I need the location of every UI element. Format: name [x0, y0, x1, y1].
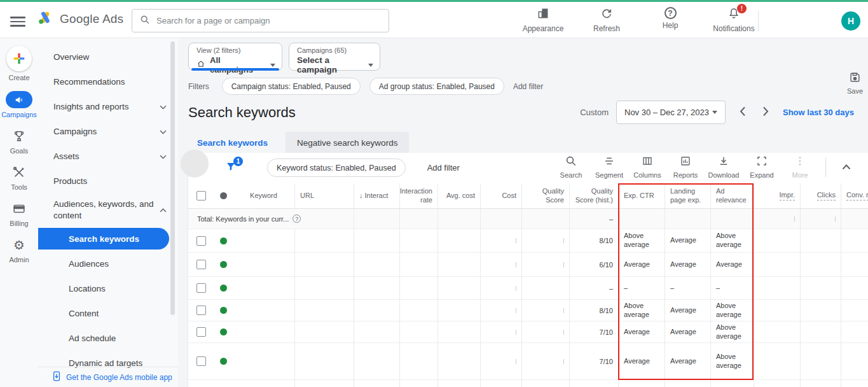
save-icon	[849, 71, 861, 86]
redacted-value	[563, 330, 564, 335]
save-button[interactable]: Save	[847, 71, 863, 95]
reports-icon	[680, 155, 691, 169]
caret-down-icon	[368, 64, 373, 67]
sidebar-subitem-locations[interactable]: Locations	[38, 276, 178, 301]
col-keyword[interactable]: Keyword	[233, 183, 294, 208]
view-selector[interactable]: View (2 filters) All campaigns	[188, 43, 282, 71]
col-cost[interactable]: Cost	[480, 183, 521, 208]
col-ad-relevance[interactable]: Ad relevance	[710, 183, 754, 208]
sidebar-item-insights-reports[interactable]: Insights and reports	[38, 94, 178, 119]
previous-period-button[interactable]	[740, 106, 746, 119]
account-avatar[interactable]: H	[841, 11, 860, 31]
col-exp-ctr[interactable]: Exp. CTR	[618, 183, 665, 208]
sidebar-item-audiences-keywords-content[interactable]: Audiences, keywords, and content	[38, 194, 178, 227]
filter-chip-campaign-status[interactable]: Campaign status: Enabled, Paused	[222, 78, 361, 95]
status-enabled-dot	[220, 285, 227, 292]
global-search[interactable]	[132, 9, 389, 32]
rail-item-admin[interactable]: ⚙ Admin	[9, 237, 29, 264]
filter-funnel-button[interactable]: 1	[225, 161, 237, 175]
col-impr[interactable]: Impr.	[780, 191, 795, 201]
redacted-value	[563, 262, 564, 267]
sidebar-subitem-content[interactable]: Content	[38, 301, 178, 326]
col-interactions[interactable]: ↓ Interact	[354, 183, 399, 208]
rail-item-billing[interactable]: Billing	[10, 201, 28, 227]
col-url[interactable]: URL	[294, 183, 354, 208]
sidebar-item-assets[interactable]: Assets	[38, 144, 178, 169]
col-avg-cost[interactable]: Avg. cost	[437, 183, 480, 208]
show-last-30-days-link[interactable]: Show last 30 days	[783, 108, 854, 117]
col-landing-page-exp[interactable]: Landing page exp.	[665, 183, 710, 208]
filters-label: Filters	[188, 82, 209, 91]
col-interaction-rate[interactable]: Interaction rate	[399, 183, 437, 208]
appearance-button[interactable]: Appearance	[520, 7, 566, 33]
sidebar-item-products[interactable]: Products	[38, 169, 178, 194]
keyword-cell	[233, 300, 294, 321]
sidebar-subitem-search-keywords[interactable]: Search keywords	[38, 228, 169, 250]
refresh-button[interactable]: Refresh	[584, 7, 630, 33]
row-checkbox[interactable]	[196, 356, 206, 366]
col-conv-rate[interactable]: Conv. r	[846, 191, 868, 201]
sidebar-subitem-audiences[interactable]: Audiences	[38, 251, 178, 276]
nav-rail: Create Campaigns Goals Tools Billing ⚙ A…	[0, 38, 38, 387]
qs-hist-cell: 6/10	[569, 253, 618, 276]
keyword-row: 8/10 Above average Average Above average	[188, 229, 868, 253]
segment-button[interactable]: Segment	[591, 155, 627, 179]
row-checkbox[interactable]	[196, 327, 206, 337]
rail-item-tools[interactable]: Tools	[11, 164, 27, 191]
table-search-button[interactable]: Search	[553, 155, 589, 179]
landing-page-exp-cell: Average	[665, 253, 710, 276]
sidebar-item-recommendations[interactable]: Recommendations	[38, 69, 178, 94]
brand[interactable]: Google Ads	[37, 10, 123, 28]
more-button[interactable]: More	[782, 155, 818, 179]
menu-icon[interactable]	[10, 14, 25, 25]
date-range-selector[interactable]: Nov 30 – Dec 27, 2023	[616, 101, 726, 124]
global-search-input[interactable]	[156, 16, 381, 25]
trophy-icon	[11, 128, 27, 144]
sidebar-subitem-ad-schedule[interactable]: Ad schedule	[38, 326, 178, 351]
sidebar-scrollbar[interactable]	[170, 41, 175, 315]
col-clicks[interactable]: Clicks	[817, 191, 836, 201]
search-icon	[565, 155, 577, 169]
mobile-app-link[interactable]: Get the Google Ads mobile app	[38, 367, 178, 387]
select-all-checkbox[interactable]	[196, 191, 206, 201]
redacted-value	[516, 238, 516, 243]
info-icon[interactable]: ?	[293, 215, 301, 223]
main-content: View (2 filters) All campaigns Campaigns…	[178, 38, 868, 387]
table-header-row: Keyword URL ↓ Interact Interaction rate …	[188, 183, 868, 209]
help-button[interactable]: ? Help	[647, 7, 693, 33]
download-button[interactable]: Download	[706, 155, 741, 179]
row-checkbox[interactable]	[196, 260, 206, 269]
keyword-status-chip[interactable]: Keyword status: Enabled, Paused	[267, 158, 406, 177]
tab-negative-search-keywords[interactable]: Negative search keywords	[286, 132, 409, 155]
col-quality-score-hist[interactable]: Quality Score (hist.)	[569, 183, 618, 208]
qs-hist-cell: 8/10	[569, 229, 618, 252]
next-period-button[interactable]	[762, 106, 769, 119]
campaign-selector[interactable]: Campaigns (65) Select a campaign	[289, 43, 380, 71]
landing-page-exp-cell: Average	[665, 300, 710, 321]
col-quality-score[interactable]: Quality Score	[521, 183, 569, 208]
redacted-value	[516, 286, 516, 291]
sidebar-item-overview[interactable]: Overview	[38, 45, 178, 69]
columns-button[interactable]: Columns	[630, 155, 665, 179]
expand-button[interactable]: Expand	[744, 155, 780, 179]
row-checkbox[interactable]	[196, 306, 206, 315]
keyword-cell	[233, 253, 294, 276]
partial-row	[188, 380, 868, 387]
collapse-toolbar-button[interactable]	[834, 164, 859, 170]
appearance-icon	[537, 7, 549, 22]
notifications-button[interactable]: ! Notifications	[711, 7, 757, 33]
sidebar-item-campaigns[interactable]: Campaigns	[38, 119, 178, 144]
rail-item-campaigns[interactable]: Campaigns	[1, 91, 37, 118]
rail-item-goals[interactable]: Goals	[10, 128, 29, 155]
reports-button[interactable]: Reports	[668, 155, 703, 179]
row-checkbox[interactable]	[196, 236, 206, 246]
filter-chip-ad-group-status[interactable]: Ad group status: Enabled, Paused	[369, 78, 504, 95]
rail-item-create[interactable]: Create	[6, 46, 32, 81]
add-filter-link[interactable]: Add filter	[513, 82, 543, 91]
landing-page-exp-cell: Average	[665, 321, 710, 342]
chevron-up-icon	[160, 204, 167, 216]
table-add-filter-link[interactable]: Add filter	[427, 163, 460, 172]
keyword-cell	[233, 343, 294, 379]
redacted-value	[835, 216, 836, 222]
row-checkbox[interactable]	[196, 283, 206, 293]
